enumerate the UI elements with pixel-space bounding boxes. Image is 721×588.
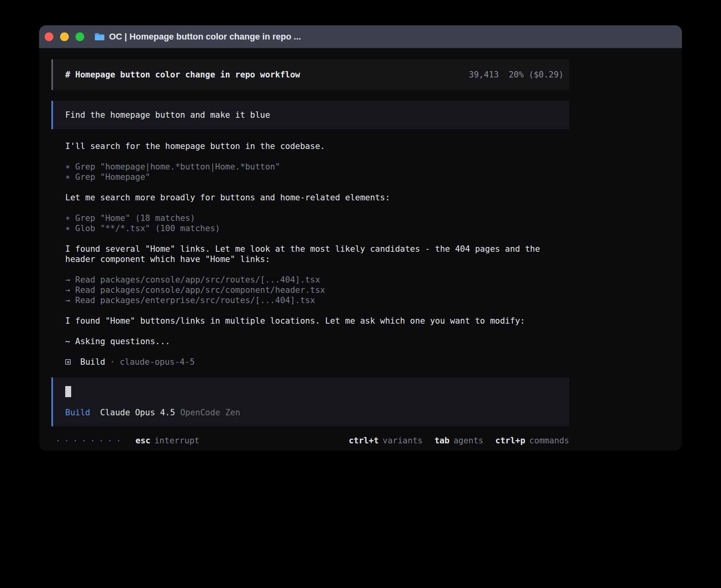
assistant-paragraph: I found "Home" buttons/links in multiple… [65, 316, 555, 326]
assistant-paragraph: I found several "Home" links. Let me loo… [65, 244, 555, 264]
agent-name: Build [80, 357, 105, 367]
assistant-text: I'll search for the homepage button in t… [65, 141, 555, 151]
agent-model: claude-opus-4-5 [120, 357, 195, 367]
esc-label: interrupt [155, 435, 200, 446]
asking-questions-text: ~ Asking questions... [65, 336, 555, 347]
shortcut-agents: tab agents [434, 435, 483, 446]
token-count: 39,413 [469, 70, 499, 79]
shortcut-key: tab [434, 435, 449, 446]
input-footer: Build Claude Opus 4.5 OpenCode Zen [65, 407, 557, 418]
assistant-paragraph: Let me search more broadly for buttons a… [65, 192, 555, 203]
assistant-text: I found several "Home" links. Let me loo… [65, 244, 555, 264]
zoom-button[interactable] [75, 32, 84, 41]
prompt-input[interactable]: Build Claude Opus 4.5 OpenCode Zen [51, 377, 569, 426]
tool-call-line: ∗ Grep "Homepage" [65, 172, 555, 182]
statusbar-left: ········ esc interrupt [51, 435, 200, 446]
shortcut-key: ctrl+p [495, 435, 525, 446]
session-header: # Homepage button color change in repo w… [51, 59, 569, 90]
traffic-lights [45, 32, 84, 41]
terminal-window: OC | Homepage button color change in rep… [39, 25, 682, 451]
shortcut-label: agents [453, 435, 483, 446]
input-provider-label: OpenCode Zen [180, 407, 240, 418]
status-line: ~ Asking questions... [65, 336, 555, 347]
terminal-content: # Homepage button color change in repo w… [39, 48, 682, 446]
minimize-button[interactable] [60, 32, 69, 41]
read-call-line: → Read packages/console/app/src/routes/[… [65, 275, 555, 285]
shortcut-label: commands [529, 435, 569, 446]
shortcut-variants: ctrl+t variants [349, 435, 423, 446]
assistant-text: Let me search more broadly for buttons a… [65, 192, 555, 203]
agent-badge: Build · claude-opus-4-5 [65, 357, 555, 367]
assistant-messages: I'll search for the homepage button in t… [51, 141, 555, 367]
user-message-text: Find the homepage button and make it blu… [65, 110, 270, 120]
tool-call-line: ∗ Glob "**/*.tsx" (100 matches) [65, 223, 555, 234]
user-message: Find the homepage button and make it blu… [51, 101, 569, 129]
shortcut-key: ctrl+t [349, 435, 379, 446]
tool-call-group: ∗ Grep "Home" (18 matches) ∗ Glob "**/*.… [65, 213, 555, 234]
read-call-line: → Read packages/enterprise/src/routes/[.… [65, 295, 555, 305]
shortcut-commands: ctrl+p commands [495, 435, 569, 446]
agent-separator: · [110, 357, 115, 367]
statusbar-right: ctrl+t variants tab agents ctrl+p comman… [349, 435, 569, 446]
assistant-text: I found "Home" buttons/links in multiple… [65, 316, 555, 326]
window-title: OC | Homepage button color change in rep… [109, 32, 301, 42]
agent-square-icon [65, 359, 71, 365]
tool-call-group: → Read packages/console/app/src/routes/[… [65, 275, 555, 305]
session-stats: 39,413 20% ($0.29) [469, 70, 564, 79]
tool-call-line: ∗ Grep "Home" (18 matches) [65, 213, 555, 223]
tool-call-line: ∗ Grep "homepage|home.*button|Home.*butt… [65, 162, 555, 172]
tool-call-group: ∗ Grep "homepage|home.*button|Home.*butt… [65, 162, 555, 182]
assistant-paragraph: I'll search for the homepage button in t… [65, 141, 555, 151]
shortcut-label: variants [383, 435, 423, 446]
statusbar: ········ esc interrupt ctrl+t variants t… [51, 435, 569, 446]
spinner-dots: ········ [55, 435, 125, 446]
esc-key-hint: esc [136, 435, 151, 446]
session-title: # Homepage button color change in repo w… [65, 70, 300, 79]
context-usage: 20% ($0.29) [509, 70, 564, 79]
input-model-label: Claude Opus 4.5 [100, 407, 175, 418]
folder-icon [94, 32, 105, 41]
read-call-line: → Read packages/console/app/src/componen… [65, 285, 555, 295]
text-cursor [65, 386, 71, 397]
titlebar: OC | Homepage button color change in rep… [39, 25, 682, 48]
input-agent-label: Build [65, 407, 90, 418]
close-button[interactable] [45, 32, 53, 41]
